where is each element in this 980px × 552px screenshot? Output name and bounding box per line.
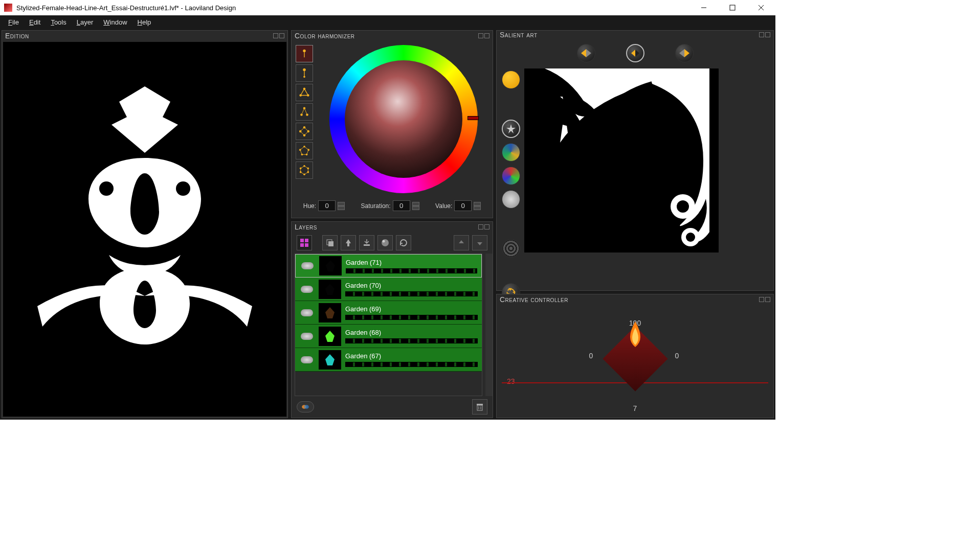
panel-close-icon[interactable] — [484, 224, 489, 229]
panel-title-harmonizer: Color harmonizer — [295, 32, 478, 40]
panel-close-icon[interactable] — [279, 33, 284, 38]
salient-variant-1[interactable] — [577, 44, 595, 62]
salient-preview[interactable] — [524, 68, 719, 252]
panel-detach-icon[interactable] — [759, 32, 764, 37]
layers-flatten-button[interactable] — [359, 235, 374, 250]
layer-visibility-toggle[interactable] — [295, 309, 319, 316]
edition-canvas[interactable] — [3, 42, 286, 417]
layer-timeline[interactable] — [345, 291, 478, 296]
layers-merge-button[interactable] — [341, 235, 356, 250]
panel-detach-icon[interactable] — [759, 297, 764, 302]
salient-pattern-icon[interactable] — [502, 239, 520, 258]
svg-rect-52 — [477, 404, 483, 405]
layers-move-up-button[interactable] — [454, 235, 469, 250]
layer-row[interactable]: Garden (69) — [295, 301, 482, 325]
panel-title-edition: Edition — [5, 32, 273, 40]
layer-row[interactable]: Garden (67) — [295, 348, 482, 372]
layers-grid-button[interactable] — [297, 235, 312, 250]
layer-visibility-toggle[interactable] — [295, 286, 319, 293]
layer-name-label: Garden (69) — [345, 305, 478, 313]
panel-close-icon[interactable] — [484, 33, 489, 38]
menu-bar: File Edit Tools Layer Window Help — [0, 15, 775, 29]
menu-file[interactable]: File — [3, 17, 24, 28]
hue-up[interactable] — [338, 202, 345, 206]
app-icon — [4, 4, 12, 12]
val-up[interactable] — [474, 202, 481, 206]
creative-diamond[interactable] — [612, 336, 658, 382]
creative-controller[interactable]: 100 0 0 7 23 — [497, 305, 773, 418]
layers-delete-button[interactable] — [472, 399, 487, 415]
layer-timeline[interactable] — [346, 268, 477, 273]
svg-point-26 — [299, 130, 302, 133]
close-button[interactable] — [751, 1, 771, 15]
harmony-mode-square[interactable] — [296, 123, 313, 140]
layer-timeline[interactable] — [345, 315, 478, 320]
sat-down[interactable] — [412, 206, 419, 210]
maximize-button[interactable] — [722, 1, 743, 15]
layers-sphere-button[interactable] — [377, 235, 393, 250]
menu-edit[interactable]: Edit — [24, 17, 46, 28]
panel-title-salient: Salient art — [500, 31, 759, 39]
harmony-mode-split[interactable] — [296, 103, 313, 121]
sat-up[interactable] — [412, 202, 419, 206]
harmony-mode-mono[interactable] — [296, 45, 313, 62]
layers-blend-button[interactable] — [297, 401, 314, 412]
salient-color-circle-1[interactable] — [502, 143, 520, 162]
layer-timeline[interactable] — [345, 362, 478, 367]
svg-point-30 — [306, 154, 308, 156]
color-wheel-inner[interactable] — [345, 60, 462, 178]
layer-name-label: Garden (70) — [345, 282, 478, 289]
salient-star-icon[interactable] — [502, 120, 520, 138]
layer-row[interactable]: Garden (68) — [295, 325, 482, 348]
layers-refresh-button[interactable] — [396, 235, 411, 250]
salient-sun-icon[interactable] — [502, 71, 520, 89]
panel-detach-icon[interactable] — [273, 33, 278, 38]
svg-point-20 — [300, 113, 303, 116]
layers-scrollbar[interactable] — [485, 254, 493, 396]
layer-visibility-toggle[interactable] — [295, 356, 319, 363]
color-wheel[interactable] — [329, 45, 478, 193]
salient-variant-3[interactable] — [675, 44, 694, 62]
harmony-mode-pentagon[interactable] — [296, 142, 313, 159]
svg-point-12 — [303, 76, 305, 78]
creative-side-value: 23 — [507, 377, 515, 385]
svg-point-61 — [686, 233, 695, 242]
layer-thumbnail — [319, 256, 342, 275]
panel-close-icon[interactable] — [765, 297, 770, 302]
layer-visibility-toggle[interactable] — [296, 262, 319, 269]
svg-point-34 — [303, 165, 305, 167]
layer-timeline[interactable] — [345, 338, 478, 343]
harmony-mode-hexagon[interactable] — [296, 162, 313, 179]
layer-row[interactable]: Garden (70) — [295, 278, 482, 301]
layer-visibility-toggle[interactable] — [295, 333, 319, 340]
hue-down[interactable] — [338, 206, 345, 210]
val-input[interactable] — [454, 200, 472, 211]
hue-input[interactable] — [318, 200, 336, 211]
panel-detach-icon[interactable] — [478, 224, 483, 229]
layers-duplicate-button[interactable] — [322, 235, 338, 250]
harmony-mode-complement[interactable] — [296, 64, 313, 82]
svg-rect-43 — [305, 243, 308, 247]
color-marker[interactable] — [467, 116, 479, 120]
val-down[interactable] — [474, 206, 481, 210]
svg-rect-22 — [300, 127, 308, 135]
menu-layer[interactable]: Layer — [72, 17, 99, 28]
menu-help[interactable]: Help — [132, 17, 157, 28]
layers-move-down-button[interactable] — [472, 235, 487, 250]
minimize-button[interactable] — [694, 1, 714, 15]
panel-close-icon[interactable] — [765, 32, 770, 37]
menu-tools[interactable]: Tools — [46, 17, 71, 28]
layers-list[interactable]: Garden (71)Garden (70)Garden (69)Garden … — [295, 254, 482, 396]
menu-window[interactable]: Window — [98, 17, 132, 28]
svg-point-23 — [303, 126, 306, 129]
layer-name-label: Garden (68) — [345, 329, 478, 336]
svg-point-37 — [303, 173, 305, 175]
layer-row[interactable]: Garden (71) — [295, 254, 482, 278]
salient-color-circle-2[interactable] — [502, 167, 520, 185]
salient-variant-2[interactable] — [626, 44, 644, 62]
sat-input[interactable] — [393, 200, 410, 211]
harmony-mode-triad[interactable] — [296, 84, 313, 101]
panel-detach-icon[interactable] — [478, 33, 483, 38]
svg-point-32 — [299, 149, 301, 151]
salient-swirl-icon[interactable] — [502, 190, 520, 209]
